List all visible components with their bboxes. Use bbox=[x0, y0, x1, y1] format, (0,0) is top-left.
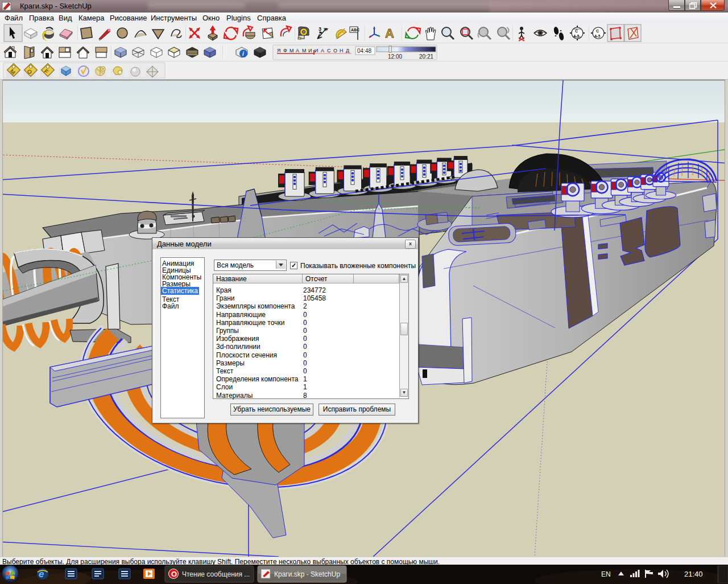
svg-text:Д: Д bbox=[346, 48, 349, 54]
svg-text:A: A bbox=[385, 26, 394, 40]
svg-text:21:40: 21:40 bbox=[684, 570, 703, 578]
svg-text:ABC: ABC bbox=[351, 28, 359, 32]
svg-text:12:00: 12:00 bbox=[388, 54, 402, 60]
svg-text:О: О bbox=[333, 48, 337, 54]
svg-text:C: C bbox=[575, 29, 578, 33]
svg-text:М: М bbox=[302, 48, 307, 54]
svg-text:А: А bbox=[296, 48, 299, 54]
svg-text:Чтение сообщения ...: Чтение сообщения ... bbox=[182, 570, 250, 578]
svg-text:O: O bbox=[171, 570, 177, 578]
svg-text:A-5: A-5 bbox=[573, 34, 580, 38]
svg-text:А: А bbox=[321, 48, 324, 54]
svg-text:М: М bbox=[289, 48, 294, 54]
svg-text:3: 3 bbox=[318, 26, 321, 32]
svg-text:Краги.skp - SketchUp: Краги.skp - SketchUp bbox=[274, 570, 340, 578]
svg-text:EN: EN bbox=[601, 570, 611, 578]
svg-text:20:21: 20:21 bbox=[419, 54, 433, 60]
svg-text:i: i bbox=[242, 51, 244, 57]
svg-text:С: С bbox=[327, 48, 331, 54]
svg-text:04:48: 04:48 bbox=[357, 48, 371, 54]
svg-text:И: И bbox=[315, 48, 318, 54]
svg-text:Я: Я bbox=[277, 48, 281, 54]
svg-text:И: И bbox=[308, 48, 312, 54]
svg-text:A-5: A-5 bbox=[594, 34, 601, 38]
svg-text:Ф: Ф bbox=[283, 48, 287, 54]
svg-text:Н: Н bbox=[340, 48, 344, 54]
svg-text:C: C bbox=[596, 29, 599, 33]
